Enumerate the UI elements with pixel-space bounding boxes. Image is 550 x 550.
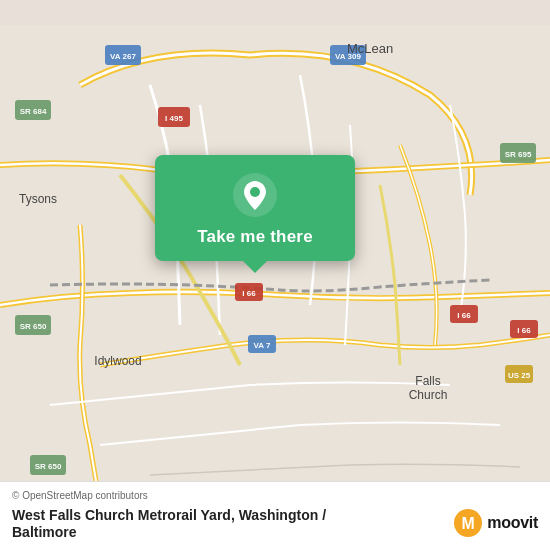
- location-name: West Falls Church Metrorail Yard, Washin…: [12, 507, 326, 523]
- footer-bar: © OpenStreetMap contributors West Falls …: [0, 481, 550, 550]
- moovit-text: moovit: [487, 514, 538, 532]
- svg-text:Tysons: Tysons: [19, 192, 57, 206]
- svg-text:US 25: US 25: [508, 371, 531, 380]
- svg-text:SR 695: SR 695: [505, 150, 532, 159]
- location-name2: Baltimore: [12, 524, 454, 540]
- osm-attribution: © OpenStreetMap contributors: [12, 490, 538, 501]
- location-row: West Falls Church Metrorail Yard, Washin…: [12, 506, 538, 540]
- map-container: VA 267 VA 309 SR 684 SR 695 VA 267 I 495…: [0, 0, 550, 550]
- svg-text:SR 684: SR 684: [20, 107, 47, 116]
- moovit-icon: M: [454, 509, 482, 537]
- svg-text:M: M: [462, 515, 475, 532]
- map-svg: VA 267 VA 309 SR 684 SR 695 VA 267 I 495…: [0, 0, 550, 550]
- svg-text:McLean: McLean: [347, 41, 393, 56]
- svg-text:I 495: I 495: [165, 114, 183, 123]
- svg-text:Idylwood: Idylwood: [94, 354, 141, 368]
- take-me-there-button[interactable]: Take me there: [197, 227, 313, 247]
- svg-text:SR 650: SR 650: [20, 322, 47, 331]
- svg-text:I 66: I 66: [457, 311, 471, 320]
- moovit-logo: M moovit: [454, 509, 538, 537]
- svg-text:VA 267: VA 267: [110, 52, 136, 61]
- svg-point-34: [250, 187, 260, 197]
- svg-text:VA 7: VA 7: [254, 341, 271, 350]
- location-pin-icon: [233, 173, 277, 217]
- popup-card[interactable]: Take me there: [155, 155, 355, 261]
- svg-text:Falls: Falls: [415, 374, 440, 388]
- svg-text:I 66: I 66: [517, 326, 531, 335]
- svg-text:SR 650: SR 650: [35, 462, 62, 471]
- svg-text:Church: Church: [409, 388, 448, 402]
- svg-text:I 66: I 66: [242, 289, 256, 298]
- osm-text: © OpenStreetMap contributors: [12, 490, 148, 501]
